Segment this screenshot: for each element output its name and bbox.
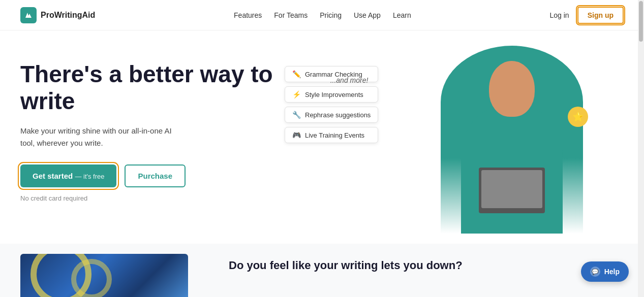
grammar-icon: ✏️ [292, 70, 301, 78]
cta-label: Get started [33, 172, 73, 180]
scrollbar-thumb[interactable] [639, 1, 643, 42]
person-head [489, 61, 535, 117]
training-label: Live Training Events [305, 131, 364, 139]
logo-icon [20, 7, 37, 23]
hero-buttons: Get started — it's free Purchase [20, 164, 285, 187]
hero-subtitle: Make your writing shine with our all-in-… [20, 125, 183, 149]
person-figure [441, 46, 583, 234]
style-icon: ⚡ [292, 90, 301, 98]
person-body [461, 107, 563, 234]
rephrase-label: Rephrase suggestions [305, 111, 371, 119]
nav-link-features[interactable]: Features [234, 11, 262, 19]
hero-right: ⭐ ...and more! ✏️ Grammar Checking ⚡ Sty… [285, 51, 624, 244]
feature-pill-rephrase: 🔧 Rephrase suggestions [285, 107, 378, 123]
logo[interactable]: ProWritingAid [20, 7, 95, 23]
signup-button[interactable]: Sign up [577, 7, 624, 24]
scrollbar-track[interactable] [638, 0, 644, 297]
nav-link-use-app[interactable]: Use App [354, 11, 381, 19]
help-button[interactable]: 💬 Help [581, 261, 629, 282]
and-more-text: ...and more! [330, 76, 369, 84]
nav-links: Features For Teams Pricing Use App Learn [234, 11, 411, 19]
bottom-title: Do you feel like your writing lets you d… [229, 259, 624, 272]
training-icon: 🎮 [292, 131, 301, 139]
feature-pill-style: ⚡ Style Improvements [285, 86, 378, 103]
feature-pills: ...and more! ✏️ Grammar Checking ⚡ Style… [285, 66, 378, 143]
hero-illustration: ⭐ [431, 46, 593, 244]
get-started-button[interactable]: Get started — it's free [20, 164, 116, 187]
help-chat-icon: 💬 [590, 267, 600, 277]
cta-free-label: — it's free [75, 173, 104, 180]
bottom-section: Do you feel like your writing lets you d… [0, 244, 644, 297]
swirl-decoration-2 [71, 259, 112, 297]
bottom-right: Do you feel like your writing lets you d… [229, 254, 624, 272]
feature-pill-training: 🎮 Live Training Events [285, 127, 378, 143]
style-label: Style Improvements [305, 91, 363, 98]
laptop-screen [481, 170, 542, 208]
nav-actions: Log in Sign up [550, 7, 624, 24]
nav-link-for-teams[interactable]: For Teams [274, 11, 308, 19]
hero-section: There's a better way to write Make your … [0, 30, 644, 244]
purchase-button[interactable]: Purchase [125, 164, 186, 187]
hero-left: There's a better way to write Make your … [20, 51, 285, 202]
nav-link-pricing[interactable]: Pricing [320, 11, 342, 19]
no-credit-text: No credit card required [20, 194, 285, 202]
help-label: Help [604, 268, 620, 276]
navigation: ProWritingAid Features For Teams Pricing… [0, 0, 644, 30]
hero-title: There's a better way to write [20, 61, 285, 115]
nav-link-learn[interactable]: Learn [393, 11, 411, 19]
star-badge: ⭐ [568, 107, 588, 127]
bottom-image [20, 254, 188, 297]
laptop [479, 168, 545, 213]
logo-text: ProWritingAid [41, 11, 95, 20]
rephrase-icon: 🔧 [292, 111, 301, 119]
login-button[interactable]: Log in [550, 11, 569, 19]
